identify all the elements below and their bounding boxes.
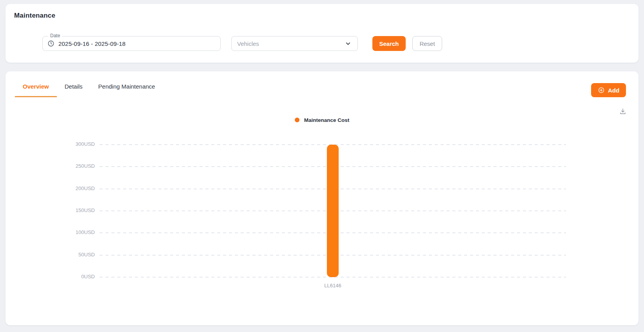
y-axis-tick-label: 100USD bbox=[56, 229, 95, 235]
y-axis-tick-label: 200USD bbox=[56, 185, 95, 191]
content-card: Overview Details Pending Maintenance Add… bbox=[5, 71, 639, 325]
y-axis-tick-label: 0USD bbox=[56, 274, 95, 279]
download-icon bbox=[619, 107, 627, 115]
tab-details[interactable]: Details bbox=[57, 71, 91, 97]
legend-label: Maintenance Cost bbox=[304, 117, 350, 123]
reset-button[interactable]: Reset bbox=[412, 36, 442, 51]
chart-legend-item[interactable]: Maintenance Cost bbox=[5, 116, 639, 124]
legend-dot bbox=[295, 118, 299, 122]
clock-icon bbox=[47, 40, 54, 47]
vehicles-select[interactable]: Vehicles bbox=[231, 36, 358, 51]
add-button[interactable]: Add bbox=[591, 83, 626, 97]
y-axis-tick-label: 250USD bbox=[56, 163, 95, 169]
tab-pending-maintenance[interactable]: Pending Maintenance bbox=[91, 71, 163, 97]
plus-circle-icon bbox=[598, 87, 605, 94]
x-axis-tick-label: LL6146 bbox=[309, 283, 356, 288]
download-chart-button[interactable] bbox=[618, 107, 628, 116]
date-range-value: 2025-09-16 - 2025-09-18 bbox=[58, 40, 125, 47]
page-title: Maintenance bbox=[14, 12, 55, 20]
chevron-down-icon bbox=[344, 40, 352, 47]
vehicles-select-placeholder: Vehicles bbox=[237, 40, 259, 47]
search-button[interactable]: Search bbox=[372, 36, 406, 51]
add-button-label: Add bbox=[608, 87, 619, 94]
y-axis-tick-label: 50USD bbox=[56, 252, 95, 258]
bar-LL6146[interactable] bbox=[327, 145, 339, 277]
filter-card: Maintenance Date 2025-09-16 - 2025-09-18… bbox=[5, 4, 639, 63]
plot-area: 300USD250USD200USD150USD100USD50USD0USDL… bbox=[100, 145, 566, 277]
date-field-label: Date bbox=[48, 33, 62, 38]
tab-overview[interactable]: Overview bbox=[15, 71, 57, 97]
y-axis-tick-label: 300USD bbox=[56, 141, 95, 147]
tab-bar: Overview Details Pending Maintenance bbox=[15, 71, 163, 97]
y-axis-tick-label: 150USD bbox=[56, 207, 95, 213]
date-range-input[interactable]: Date 2025-09-16 - 2025-09-18 bbox=[42, 36, 221, 51]
